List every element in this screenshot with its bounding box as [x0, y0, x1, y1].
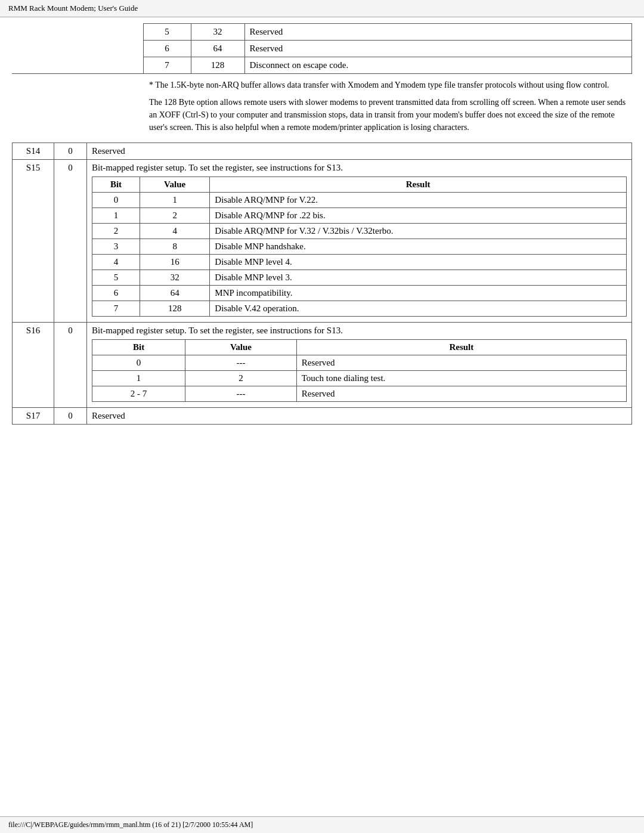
header-title: RMM Rack Mount Modem; User's Guide [8, 4, 138, 13]
s14-row: S14 0 Reserved [13, 143, 632, 160]
value-cell: 1 [140, 193, 209, 208]
sub-col-result: Result [210, 177, 627, 193]
s16-register: S16 [13, 323, 54, 408]
value-cell: --- [185, 386, 297, 402]
s15-table: S15 0 Bit-mapped register setup. To set … [12, 159, 632, 323]
table-row: 3 8 Disable MNP handshake. [92, 239, 627, 255]
note1: * The 1.5K-byte non-ARQ buffer allows da… [149, 79, 627, 134]
s14-register: S14 [13, 143, 54, 160]
bit-cell: 5 [143, 24, 191, 41]
sub-col-value: Value [140, 177, 209, 193]
s15-default: 0 [54, 160, 87, 323]
table-row: 6 64 Reserved [12, 41, 632, 57]
result-cell: MNP incompatibility. [210, 286, 627, 301]
bit-cell: 1 [92, 208, 140, 224]
table-row: 0 --- Reserved [92, 355, 627, 371]
result-cell: Reserved [244, 41, 632, 57]
s16-default: 0 [54, 323, 87, 408]
result-cell: Disable V.42 operation. [210, 301, 627, 317]
table-row: 1 2 Touch tone dialing test. [92, 371, 627, 386]
s16-table: S16 0 Bit-mapped register setup. To set … [12, 322, 632, 408]
notes-row: * The 1.5K-byte non-ARQ buffer allows da… [12, 74, 632, 144]
sub-col-bit: Bit [92, 340, 185, 355]
s15-register: S15 [13, 160, 54, 323]
result-cell: Disconnect on escape code. [244, 57, 632, 74]
table-row: 4 16 Disable MNP level 4. [92, 255, 627, 270]
s16-sub-table: Bit Value Result 0 --- Reserved 1 2 Touc… [92, 339, 627, 402]
value-cell: 64 [191, 41, 244, 57]
s16-row: S16 0 Bit-mapped register setup. To set … [13, 323, 632, 408]
s14-table: S14 0 Reserved [12, 143, 632, 160]
s14-default: 0 [54, 143, 87, 160]
s17-description: Reserved [87, 408, 632, 425]
result-cell: Disable ARQ/MNP for V.22. [210, 193, 627, 208]
bit-cell: 1 [92, 371, 185, 386]
bit-cell: 6 [92, 286, 140, 301]
page-header: RMM Rack Mount Modem; User's Guide [0, 0, 644, 17]
result-cell: Reserved [296, 355, 626, 371]
s17-table: S17 0 Reserved [12, 407, 632, 425]
s16-content: Bit-mapped register setup. To set the re… [87, 323, 632, 408]
s17-register: S17 [13, 408, 54, 425]
value-cell: 64 [140, 286, 209, 301]
sub-header-row: Bit Value Result [92, 177, 627, 193]
value-cell: 2 [140, 208, 209, 224]
bit-cell: 5 [92, 270, 140, 286]
s15-sub-table: Bit Value Result 0 1 Disable ARQ/MNP for… [92, 176, 627, 317]
value-cell: 2 [185, 371, 297, 386]
value-cell: 32 [191, 24, 244, 41]
top-table: 5 32 Reserved 6 64 Reserved [12, 23, 632, 143]
table-row: 1 2 Disable ARQ/MNP for .22 bis. [92, 208, 627, 224]
table-row: 6 64 MNP incompatibility. [92, 286, 627, 301]
result-cell: Reserved [244, 24, 632, 41]
result-cell: Disable MNP level 4. [210, 255, 627, 270]
bit-cell: 0 [92, 193, 140, 208]
table-row: 2 4 Disable ARQ/MNP for V.32 / V.32bis /… [92, 224, 627, 239]
result-cell: Touch tone dialing test. [296, 371, 626, 386]
bit-cell: 3 [92, 239, 140, 255]
result-cell: Disable MNP level 3. [210, 270, 627, 286]
bit-cell: 7 [92, 301, 140, 317]
bit-cell: 4 [92, 255, 140, 270]
result-cell: Disable ARQ/MNP for V.32 / V.32bis / V.3… [210, 224, 627, 239]
result-cell: Disable MNP handshake. [210, 239, 627, 255]
value-cell: --- [185, 355, 297, 371]
table-row: 0 1 Disable ARQ/MNP for V.22. [92, 193, 627, 208]
result-cell: Reserved [296, 386, 626, 402]
value-cell: 128 [140, 301, 209, 317]
sub-col-result: Result [296, 340, 626, 355]
value-cell: 32 [140, 270, 209, 286]
sub-col-value: Value [185, 340, 297, 355]
table-row: 2 - 7 --- Reserved [92, 386, 627, 402]
bit-cell: 7 [143, 57, 191, 74]
bit-cell: 2 - 7 [92, 386, 185, 402]
table-row: 7 128 Disconnect on escape code. [12, 57, 632, 74]
s15-row: S15 0 Bit-mapped register setup. To set … [13, 160, 632, 323]
sub-header-row: Bit Value Result [92, 340, 627, 355]
value-cell: 4 [140, 224, 209, 239]
table-row: 5 32 Reserved [12, 24, 632, 41]
bit-cell: 0 [92, 355, 185, 371]
sub-col-bit: Bit [92, 177, 140, 193]
main-content: 5 32 Reserved 6 64 Reserved [0, 17, 644, 448]
table-row: 7 128 Disable V.42 operation. [92, 301, 627, 317]
value-cell: 128 [191, 57, 244, 74]
table-row: 5 32 Disable MNP level 3. [92, 270, 627, 286]
s17-row: S17 0 Reserved [13, 408, 632, 425]
value-cell: 16 [140, 255, 209, 270]
result-cell: Disable ARQ/MNP for .22 bis. [210, 208, 627, 224]
s15-content: Bit-mapped register setup. To set the re… [87, 160, 632, 323]
bit-cell: 2 [92, 224, 140, 239]
s17-default: 0 [54, 408, 87, 425]
bit-cell: 6 [143, 41, 191, 57]
value-cell: 8 [140, 239, 209, 255]
s14-description: Reserved [87, 143, 632, 160]
